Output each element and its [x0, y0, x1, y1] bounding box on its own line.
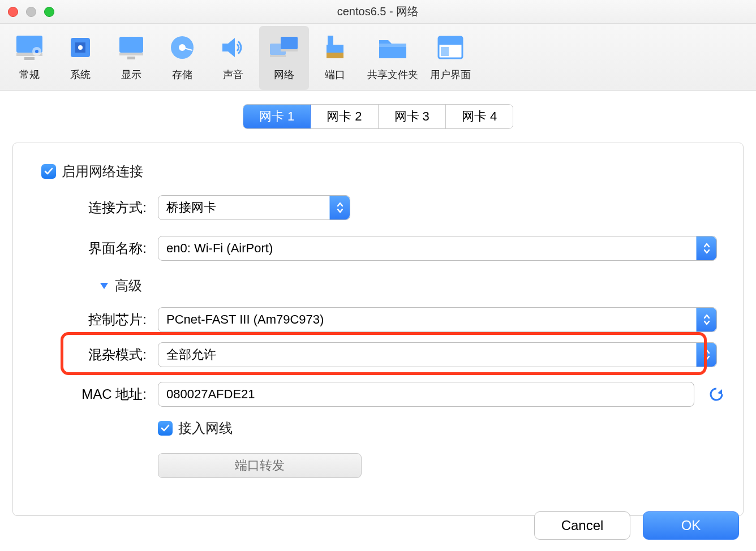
- refresh-mac-button[interactable]: [708, 386, 725, 403]
- window-ui-icon: [432, 29, 469, 66]
- chevron-up-down-icon: [696, 308, 716, 332]
- svg-rect-9: [119, 53, 143, 55]
- svg-rect-8: [119, 37, 143, 53]
- speaker-icon: [215, 29, 251, 66]
- enable-network-checkbox[interactable]: [41, 164, 56, 179]
- tab-adapter-4[interactable]: 网卡 4: [446, 105, 513, 128]
- attach-mode-label: 连接方式:: [31, 199, 150, 217]
- promiscuous-mode-select[interactable]: 全部允许: [158, 342, 717, 367]
- mac-address-label: MAC 地址:: [31, 385, 150, 403]
- toolbar-speaker[interactable]: 声音: [208, 26, 258, 90]
- tab-adapter-2[interactable]: 网卡 2: [311, 105, 378, 128]
- cancel-label: Cancel: [561, 518, 604, 533]
- toolbar-item-label: 常规: [19, 68, 40, 81]
- settings-toolbar: 常规系统显示存储声音网络端口共享文件夹用户界面: [0, 24, 756, 91]
- toolbar-item-label: 存储: [172, 68, 192, 81]
- svg-point-7: [78, 45, 83, 50]
- attach-mode-row: 连接方式: 桥接网卡: [31, 195, 725, 220]
- tab-adapter-3[interactable]: 网卡 3: [379, 105, 446, 128]
- monitor-settings-icon: [11, 29, 48, 66]
- svg-rect-10: [127, 57, 135, 59]
- chevron-up-down-icon: [696, 236, 716, 260]
- toolbar-monitor-settings[interactable]: 常规: [5, 26, 54, 90]
- promiscuous-mode-row: 混杂模式: 全部允许: [31, 342, 725, 367]
- cable-connected-row: 接入网线: [31, 419, 725, 437]
- adapter-type-select[interactable]: PCnet-FAST III (Am79C973): [158, 307, 717, 332]
- disk-icon: [164, 29, 200, 66]
- cable-connected-label: 接入网线: [178, 419, 233, 437]
- promiscuous-mode-value: 全部允许: [166, 346, 216, 363]
- promiscuous-mode-label: 混杂模式:: [31, 346, 150, 364]
- chevron-up-down-icon: [329, 196, 350, 219]
- svg-rect-20: [439, 37, 462, 45]
- triangle-down-icon: [99, 281, 109, 291]
- port-forwarding-label: 端口转发: [235, 457, 285, 474]
- advanced-disclosure[interactable]: 高级: [99, 277, 725, 295]
- svg-rect-17: [327, 53, 343, 58]
- adapter-type-row: 控制芯片: PCnet-FAST III (Am79C973): [31, 307, 725, 332]
- interface-name-value: en0: Wi-Fi (AirPort): [166, 241, 273, 256]
- attach-mode-value: 桥接网卡: [166, 199, 216, 216]
- adapter-type-label: 控制芯片:: [31, 311, 150, 329]
- interface-name-label: 界面名称:: [31, 239, 150, 257]
- mac-address-input[interactable]: 080027AFDE21: [158, 382, 694, 407]
- attach-mode-select[interactable]: 桥接网卡: [158, 195, 350, 220]
- tab-adapter-1[interactable]: 网卡 1: [243, 105, 311, 128]
- chip-icon: [62, 29, 98, 66]
- svg-rect-21: [441, 47, 449, 56]
- toolbar-item-label: 网络: [274, 68, 294, 81]
- adapter-type-value: PCnet-FAST III (Am79C973): [166, 312, 324, 327]
- toolbar-window-ui[interactable]: 用户界面: [426, 26, 475, 90]
- cancel-button[interactable]: Cancel: [534, 511, 630, 540]
- adapter-panel: 启用网络连接 连接方式: 桥接网卡 界面名称: en0: Wi-Fi (AirP…: [12, 143, 744, 516]
- ok-button[interactable]: OK: [643, 511, 739, 540]
- mac-address-value: 080027AFDE21: [166, 387, 255, 402]
- monitor-icon: [113, 29, 149, 66]
- mac-address-row: MAC 地址: 080027AFDE21: [31, 382, 725, 407]
- chevron-up-down-icon: [696, 343, 716, 367]
- advanced-label: 高级: [115, 277, 142, 295]
- ok-label: OK: [681, 518, 701, 533]
- toolbar-item-label: 显示: [121, 68, 141, 81]
- window-title: centos6.5 - 网络: [0, 4, 756, 19]
- folder-icon: [375, 29, 411, 66]
- toolbar-disk[interactable]: 存储: [157, 26, 207, 90]
- toolbar-monitor[interactable]: 显示: [106, 26, 156, 90]
- usb-port-icon: [317, 29, 353, 66]
- toolbar-chip[interactable]: 系统: [55, 26, 105, 90]
- adapter-tabs: 网卡 1网卡 2网卡 3网卡 4: [0, 104, 756, 129]
- svg-point-4: [35, 50, 38, 53]
- network-icon: [266, 29, 302, 66]
- interface-name-row: 界面名称: en0: Wi-Fi (AirPort): [31, 236, 725, 261]
- enable-network-label: 启用网络连接: [62, 162, 143, 180]
- svg-rect-14: [281, 37, 298, 49]
- svg-rect-16: [281, 49, 298, 51]
- toolbar-item-label: 声音: [223, 68, 243, 81]
- toolbar-item-label: 端口: [325, 68, 345, 81]
- port-forwarding-button[interactable]: 端口转发: [158, 453, 362, 478]
- toolbar-item-label: 共享文件夹: [367, 68, 418, 81]
- enable-network-row: 启用网络连接: [41, 162, 725, 180]
- dialog-buttons: Cancel OK: [534, 511, 739, 540]
- interface-name-select[interactable]: en0: Wi-Fi (AirPort): [158, 236, 717, 261]
- window-titlebar: centos6.5 - 网络: [0, 0, 756, 24]
- toolbar-network[interactable]: 网络: [259, 26, 309, 90]
- svg-rect-2: [24, 57, 35, 60]
- cable-connected-checkbox[interactable]: [158, 421, 173, 436]
- toolbar-item-label: 用户界面: [430, 68, 471, 81]
- svg-rect-15: [270, 55, 286, 57]
- toolbar-folder[interactable]: 共享文件夹: [361, 26, 424, 90]
- toolbar-item-label: 系统: [70, 68, 91, 81]
- toolbar-usb-port[interactable]: 端口: [310, 26, 360, 90]
- svg-rect-18: [379, 44, 406, 47]
- adapter-segmented: 网卡 1网卡 2网卡 3网卡 4: [243, 104, 513, 129]
